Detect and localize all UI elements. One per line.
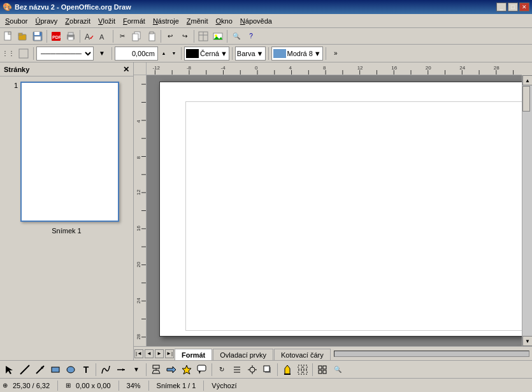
insert-table-button[interactable] [196,29,210,43]
print-button[interactable] [64,29,78,43]
open-button[interactable] [16,29,30,43]
spellcheck-button[interactable]: A✓ [82,29,96,43]
drawing-area[interactable] [147,75,522,346]
star-button[interactable] [180,363,194,377]
line-style-arrow[interactable]: ▼ [95,47,109,61]
status-sep4 [203,381,204,391]
rect-tool[interactable] [48,363,62,377]
align-button[interactable] [230,363,244,377]
minimize-button[interactable]: _ [496,3,507,11]
drawing-canvas[interactable] [159,82,522,337]
scroll-track[interactable] [522,85,532,336]
thickness-up[interactable]: ▲ [159,47,168,61]
cut-button[interactable]: ✂ [115,29,129,43]
titlebar-controls[interactable]: _ □ ✕ [496,3,529,11]
scroll-thumb[interactable] [522,86,530,112]
tab-first-button[interactable]: |◄ [134,349,143,358]
curve-tool[interactable] [99,363,113,377]
snap-button[interactable] [245,363,259,377]
ruler-corner [134,62,147,75]
autocorrect-button[interactable]: A [97,29,111,43]
line-thickness-input[interactable] [115,47,158,61]
menu-upravy[interactable]: Úpravy [31,16,61,26]
group-button[interactable] [296,363,310,377]
line-tool[interactable] [18,363,32,377]
undo-button[interactable]: ↩ [163,29,177,43]
thickness-down[interactable]: ▼ [169,47,178,61]
menu-format[interactable]: Formát [119,16,149,26]
line-color-swatch [186,49,199,58]
tab-dimensions[interactable]: Kotovací čáry [274,349,331,360]
fill-type-box[interactable]: Barva ▼ [235,47,266,61]
tab-last-button[interactable]: ►| [165,349,174,358]
line-style-select[interactable]: ──────────── [36,47,94,61]
tab-prev-button[interactable]: ◄ [145,349,154,358]
text-tool[interactable]: T [79,363,93,377]
svg-marker-33 [122,368,125,371]
help-button[interactable]: ? [244,29,258,43]
insert-image-button[interactable] [211,29,225,43]
scroll-down-button[interactable]: ▼ [522,336,532,346]
copy-button[interactable] [130,29,144,43]
tab-next-button[interactable]: ► [155,349,164,358]
zoom-button[interactable]: 🔍 [331,363,345,377]
new-button[interactable] [1,29,15,43]
menu-zmenit[interactable]: Změnit [183,16,212,26]
tab-controls[interactable]: Ovladací prvky [213,349,273,360]
flowchart-button[interactable] [149,363,163,377]
svg-rect-6 [34,36,41,40]
display-grid-button[interactable] [315,363,329,377]
page-thumbnail[interactable] [20,82,119,222]
menu-soubor[interactable]: Soubor [1,16,31,26]
toolbar-separator-3 [113,30,113,43]
menu-vlozit[interactable]: Vložit [94,16,119,26]
shadow-button[interactable] [261,363,275,377]
more-options-button[interactable]: » [329,47,343,61]
paste-button[interactable] [145,29,159,43]
format-sep1 [33,47,34,60]
svg-rect-5 [34,32,40,35]
toolbar-handle: ⋮⋮ [1,47,15,61]
svg-rect-59 [323,370,326,374]
ellipse-tool[interactable] [64,363,78,377]
menu-nastroje[interactable]: Nástroje [149,16,183,26]
copy-format-button[interactable] [280,363,294,377]
callout-button[interactable] [195,363,209,377]
status-sep3 [148,381,149,391]
vertical-scrollbar[interactable]: ▲ ▼ [522,75,532,346]
maximize-button[interactable]: □ [508,3,518,11]
svg-rect-39 [198,365,206,371]
fill-color-arrow[interactable]: ▼ [314,50,321,57]
connector-tool[interactable] [114,363,128,377]
svg-rect-25 [20,50,27,57]
svg-rect-52 [298,365,302,369]
bottom-toolbar: T ▼ ↻ 🔍 [0,360,532,378]
more-lines-button[interactable]: ▼ [129,363,143,377]
fill-type-arrow[interactable]: ▼ [257,50,264,57]
size-status: 0,00 x 0,00 [76,382,110,389]
close-button[interactable]: ✕ [519,3,529,11]
svg-rect-3 [18,33,22,35]
zoom-in-button[interactable]: 🔍 [229,29,243,43]
fill-options[interactable] [17,47,31,61]
svg-marker-38 [182,365,191,374]
tab-scrollbar[interactable] [334,351,529,357]
arrow-tool[interactable] [33,363,47,377]
export-pdf-button[interactable]: PDF [49,29,63,43]
menu-okno[interactable]: Okno [212,16,236,26]
select-tool[interactable] [3,363,17,377]
menu-zobrazit[interactable]: Zobrazit [61,16,94,26]
page-thumb-container: 1 Snímek 1 [14,82,119,235]
fill-color-box[interactable]: Modrá 8 ▼ [271,47,323,61]
menu-napoveda[interactable]: Nápověda [236,16,276,26]
line-color-arrow[interactable]: ▼ [220,50,227,57]
save-button[interactable] [31,29,45,43]
pages-close-button[interactable]: ✕ [123,65,129,74]
line-color-box[interactable]: Černá ▼ [184,47,229,61]
pages-panel: Stránky ✕ 1 Snímek 1 [0,62,134,360]
tab-format[interactable]: Formát [175,349,212,360]
scroll-up-button[interactable]: ▲ [522,75,532,85]
rotate-button[interactable]: ↻ [215,363,229,377]
redo-button[interactable]: ↪ [178,29,192,43]
block-arrow-button[interactable] [164,363,178,377]
